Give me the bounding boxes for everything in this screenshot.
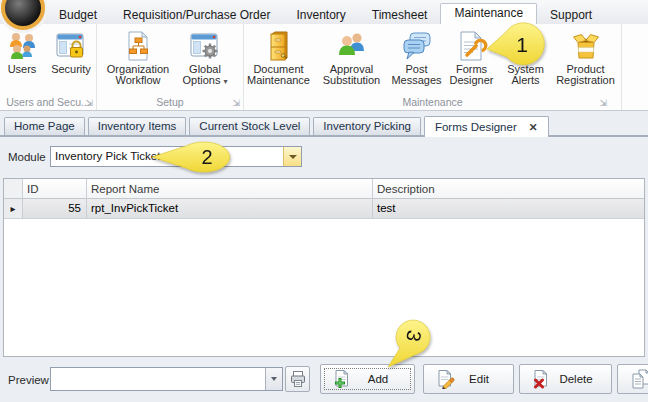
preview-dropdown-button[interactable] bbox=[265, 368, 282, 390]
ribbon-group-caption: Maintenance bbox=[402, 96, 462, 108]
forms-designer-icon bbox=[456, 28, 488, 63]
preview-combobox[interactable] bbox=[50, 367, 283, 391]
ribbon-button-users[interactable]: Users bbox=[0, 27, 44, 75]
copy-icon bbox=[630, 368, 648, 390]
column-header-description[interactable]: Description bbox=[373, 179, 644, 199]
cell-id: 55 bbox=[23, 199, 87, 219]
cell-report-name: rpt_InvPickTicket bbox=[87, 199, 373, 219]
chevron-down-icon bbox=[289, 155, 297, 159]
print-preview-button[interactable] bbox=[285, 366, 310, 392]
ribbon-button-label: Users bbox=[8, 64, 37, 75]
row-indicator-icon: ▸ bbox=[4, 199, 23, 219]
copy-report-button[interactable] bbox=[617, 364, 648, 394]
edit-button[interactable]: Edit bbox=[423, 364, 514, 394]
org-workflow-icon bbox=[122, 28, 154, 63]
dialog-launcher-icon[interactable]: ⇲ bbox=[85, 98, 93, 108]
system-alerts-icon bbox=[510, 28, 542, 63]
cell-description: test bbox=[373, 199, 644, 219]
ribbon-button-label: Product Registration bbox=[552, 64, 620, 86]
edit-button-label: Edit bbox=[455, 373, 503, 385]
ribbon-button-forms-designer[interactable]: Forms Designer bbox=[444, 27, 500, 86]
ribbon-button-product-registration[interactable]: Product Registration bbox=[552, 27, 620, 86]
ribbon-tab-bar: Budget Requisition/Purchase Order Invent… bbox=[0, 0, 648, 24]
grid-header-row: ID Report Name Description bbox=[4, 179, 644, 199]
ribbon-button-label: Security bbox=[51, 64, 91, 75]
edit-icon bbox=[435, 369, 455, 389]
ribbon-tab-inventory[interactable]: Inventory bbox=[283, 6, 358, 24]
tab-current-stock-level[interactable]: Current Stock Level bbox=[189, 117, 310, 135]
ribbon-button-label: Global Options bbox=[183, 63, 221, 86]
module-dropdown-button[interactable] bbox=[283, 147, 301, 166]
printer-icon bbox=[289, 370, 307, 388]
ribbon-button-label: Forms Designer bbox=[444, 64, 500, 86]
delete-icon bbox=[531, 369, 551, 389]
column-header-report-name[interactable]: Report Name bbox=[87, 179, 373, 199]
column-header-id[interactable]: ID bbox=[23, 179, 87, 199]
tab-inventory-picking[interactable]: Inventory Picking bbox=[313, 117, 421, 135]
preview-label: Preview bbox=[8, 374, 49, 386]
tab-inventory-items[interactable]: Inventory Items bbox=[88, 117, 187, 135]
ribbon-button-system-alerts[interactable]: System Alerts bbox=[502, 27, 550, 86]
ribbon-button-document-maintenance[interactable]: Document Maintenance bbox=[246, 27, 312, 86]
tab-forms-designer[interactable]: Forms Designer✕ bbox=[424, 116, 549, 137]
tab-label: Forms Designer bbox=[435, 121, 517, 133]
ribbon-tab-timesheet[interactable]: Timesheet bbox=[359, 6, 441, 24]
global-options-icon bbox=[189, 28, 221, 63]
ribbon-group-caption: Setup bbox=[156, 96, 183, 108]
grid-indicator-header bbox=[4, 179, 23, 199]
ribbon-button-post-messages[interactable]: Post Messages bbox=[392, 27, 442, 86]
chevron-down-icon bbox=[271, 377, 277, 381]
ribbon-tab-support[interactable]: Support bbox=[537, 6, 605, 24]
add-icon bbox=[332, 369, 352, 389]
application-window: Users bbox=[0, 0, 648, 402]
ribbon-tab-budget[interactable]: Budget bbox=[46, 6, 110, 24]
ribbon-button-approval-substitution[interactable]: Approval Substitution bbox=[314, 27, 390, 86]
module-combobox[interactable]: Inventory Pick Ticket bbox=[50, 146, 302, 167]
ribbon-group-users-security: Users bbox=[0, 24, 97, 110]
ribbon-group-caption: Users and Secu... bbox=[6, 96, 89, 108]
add-button-label: Add bbox=[352, 373, 404, 385]
two-people-icon bbox=[336, 28, 368, 63]
add-button[interactable]: Add bbox=[320, 364, 415, 394]
ribbon-button-label: Document Maintenance bbox=[246, 64, 312, 86]
table-row[interactable]: ▸ 55 rpt_InvPickTicket test bbox=[4, 199, 644, 219]
module-label: Module bbox=[8, 151, 46, 163]
reports-grid: ID Report Name Description ▸ 55 rpt_InvP… bbox=[3, 178, 645, 357]
ribbon-group-setup: Organization Workflow bbox=[97, 24, 244, 110]
ribbon-button-label: System Alerts bbox=[502, 64, 550, 86]
ribbon-button-organization-workflow[interactable]: Organization Workflow bbox=[104, 27, 172, 86]
ribbon-button-label: Organization Workflow bbox=[104, 64, 172, 86]
dialog-launcher-icon[interactable]: ⇲ bbox=[232, 98, 240, 108]
ribbon: Users bbox=[0, 24, 648, 111]
ribbon-tab-maintenance[interactable]: Maintenance bbox=[440, 3, 537, 24]
security-icon bbox=[55, 28, 87, 63]
users-icon bbox=[6, 28, 38, 63]
ribbon-button-security[interactable]: Security bbox=[46, 27, 96, 75]
ribbon-group-maintenance: Document Maintenance Approval Substituti… bbox=[244, 24, 622, 110]
ribbon-tab-requisition-purchase-order[interactable]: Requisition/Purchase Order bbox=[110, 6, 283, 24]
delete-button-label: Delete bbox=[551, 373, 601, 385]
document-tab-strip: Home Page Inventory Items Current Stock … bbox=[0, 115, 648, 137]
ribbon-button-label: Post Messages bbox=[391, 64, 441, 86]
open-box-icon bbox=[570, 28, 602, 63]
ribbon-button-label: Approval Substitution bbox=[314, 64, 390, 86]
delete-button[interactable]: Delete bbox=[519, 364, 612, 394]
ribbon-button-global-options[interactable]: Global Options ▾ bbox=[174, 27, 236, 87]
tab-home-page[interactable]: Home Page bbox=[4, 117, 85, 135]
speech-bubbles-icon bbox=[401, 28, 433, 63]
close-icon[interactable]: ✕ bbox=[529, 121, 538, 133]
module-combobox-value: Inventory Pick Ticket bbox=[55, 147, 283, 166]
file-cabinet-icon bbox=[263, 28, 295, 63]
dialog-launcher-icon[interactable]: ⇲ bbox=[599, 98, 607, 108]
chevron-down-icon: ▾ bbox=[223, 77, 227, 86]
